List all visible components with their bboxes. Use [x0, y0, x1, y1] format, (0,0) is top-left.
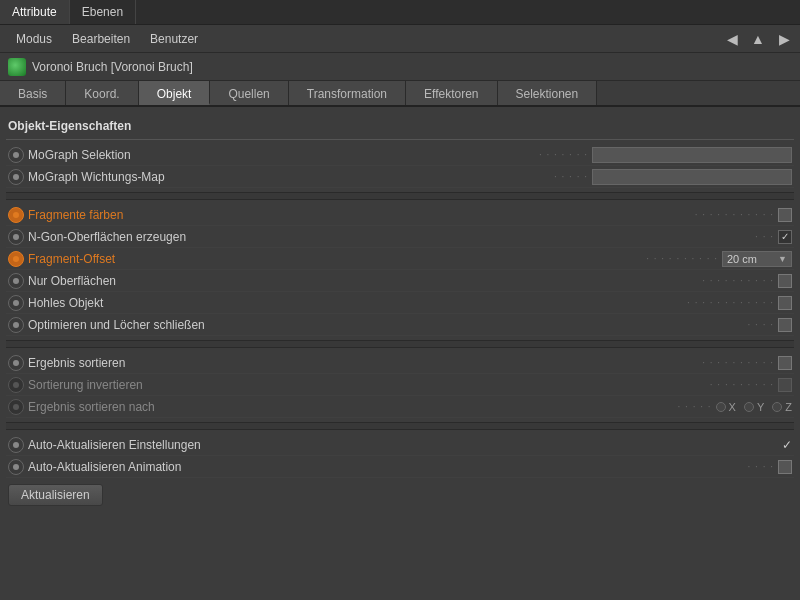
label-fragmente-farben: Fragmente färben: [28, 208, 695, 222]
separator-3: [6, 422, 794, 430]
checkbox-fragmente-farben[interactable]: [778, 208, 792, 222]
radio-group-xyz: X Y Z: [716, 401, 792, 413]
separator-1: [6, 192, 794, 200]
label-hohles-objekt: Hohles Objekt: [28, 296, 687, 310]
input-mograph-selektion[interactable]: [592, 147, 792, 163]
arrow-up-icon[interactable]: ▲: [748, 29, 768, 49]
section-header: Objekt-Eigenschaften: [6, 115, 794, 140]
label-auto-aktualisieren-einstellungen: Auto-Aktualisieren Einstellungen: [28, 438, 778, 452]
prop-mograph-wichtungs-map: MoGraph Wichtungs-Map · · · · ·: [6, 166, 794, 188]
prop-fragment-offset: Fragment-Offset · · · · · · · · · · 20 c…: [6, 248, 794, 270]
arrow-left-icon[interactable]: ◀: [722, 29, 742, 49]
tab-koord[interactable]: Koord.: [66, 81, 138, 105]
input-fragment-offset[interactable]: 20 cm ▼: [722, 251, 792, 267]
menu-modus[interactable]: Modus: [6, 25, 62, 53]
label-ergebnis-sortieren-nach: Ergebnis sortieren nach: [28, 400, 678, 414]
indicator-optimieren-locher: [8, 317, 24, 333]
radio-dot-y: [744, 402, 754, 412]
label-fragment-offset: Fragment-Offset: [28, 252, 646, 266]
menu-icons: ◀ ▲ ▶: [722, 29, 794, 49]
prop-mograph-selektion: MoGraph Selektion · · · · · · ·: [6, 144, 794, 166]
radio-dot-x: [716, 402, 726, 412]
label-ergebnis-sortieren: Ergebnis sortieren: [28, 356, 702, 370]
object-title: Voronoi Bruch [Voronoi Bruch]: [32, 60, 193, 74]
indicator-mograph-selektion: [8, 147, 24, 163]
indicator-n-gon-oberflachen: [8, 229, 24, 245]
tab-row: Basis Koord. Objekt Quellen Transformati…: [0, 81, 800, 107]
prop-fragmente-farben: Fragmente färben · · · · · · · · · · ·: [6, 204, 794, 226]
indicator-ergebnis-sortieren: [8, 355, 24, 371]
prop-nur-oberflachen: Nur Oberflächen · · · · · · · · · ·: [6, 270, 794, 292]
indicator-fragmente-farben: [8, 207, 24, 223]
tab-effektoren[interactable]: Effektoren: [406, 81, 497, 105]
radio-dot-z: [772, 402, 782, 412]
indicator-sortierung-invertieren: [8, 377, 24, 393]
indicator-auto-aktualisieren-animation: [8, 459, 24, 475]
arrow-right-icon[interactable]: ▶: [774, 29, 794, 49]
tab-basis[interactable]: Basis: [0, 81, 66, 105]
input-mograph-wichtungs-map[interactable]: [592, 169, 792, 185]
prop-optimieren-locher: Optimieren und Löcher schließen · · · ·: [6, 314, 794, 336]
prop-auto-aktualisieren-animation: Auto-Aktualisieren Animation · · · ·: [6, 456, 794, 478]
object-icon: [8, 58, 26, 76]
label-nur-oberflachen: Nur Oberflächen: [28, 274, 702, 288]
checkbox-optimieren-locher[interactable]: [778, 318, 792, 332]
indicator-fragment-offset: [8, 251, 24, 267]
checkbox-n-gon-oberflachen[interactable]: [778, 230, 792, 244]
label-mograph-wichtungs-map: MoGraph Wichtungs-Map: [28, 170, 554, 184]
prop-auto-aktualisieren-einstellungen: Auto-Aktualisieren Einstellungen ✓: [6, 434, 794, 456]
indicator-hohles-objekt: [8, 295, 24, 311]
indicator-auto-aktualisieren-einstellungen: [8, 437, 24, 453]
menu-bar: Modus Bearbeiten Benutzer ◀ ▲ ▶: [0, 25, 800, 53]
object-title-bar: Voronoi Bruch [Voronoi Bruch]: [0, 53, 800, 81]
radio-x[interactable]: X: [716, 401, 736, 413]
checkbox-auto-aktualisieren-animation[interactable]: [778, 460, 792, 474]
label-n-gon-oberflachen: N-Gon-Oberflächen erzeugen: [28, 230, 755, 244]
label-optimieren-locher: Optimieren und Löcher schließen: [28, 318, 748, 332]
checkbox-ergebnis-sortieren[interactable]: [778, 356, 792, 370]
radio-y[interactable]: Y: [744, 401, 764, 413]
tab-selektionen[interactable]: Selektionen: [498, 81, 598, 105]
checkbox-hohles-objekt[interactable]: [778, 296, 792, 310]
checkbox-nur-oberflachen[interactable]: [778, 274, 792, 288]
input-arrow-icon: ▼: [778, 254, 787, 264]
main-content: Objekt-Eigenschaften MoGraph Selektion ·…: [0, 107, 800, 514]
tab-objekt[interactable]: Objekt: [139, 81, 211, 105]
label-auto-aktualisieren-animation: Auto-Aktualisieren Animation: [28, 460, 748, 474]
prop-ergebnis-sortieren: Ergebnis sortieren · · · · · · · · · ·: [6, 352, 794, 374]
indicator-nur-oberflachen: [8, 273, 24, 289]
tab-ebenen[interactable]: Ebenen: [70, 0, 136, 24]
aktualisieren-button[interactable]: Aktualisieren: [8, 484, 103, 506]
radio-z[interactable]: Z: [772, 401, 792, 413]
prop-sortierung-invertieren: Sortierung invertieren · · · · · · · · ·: [6, 374, 794, 396]
top-tab-bar: Attribute Ebenen: [0, 0, 800, 25]
indicator-ergebnis-sortieren-nach: [8, 399, 24, 415]
separator-2: [6, 340, 794, 348]
prop-hohles-objekt: Hohles Objekt · · · · · · · · · · · ·: [6, 292, 794, 314]
menu-bearbeiten[interactable]: Bearbeiten: [62, 25, 140, 53]
prop-ergebnis-sortieren-nach: Ergebnis sortieren nach · · · · · X Y Z: [6, 396, 794, 418]
label-sortierung-invertieren: Sortierung invertieren: [28, 378, 710, 392]
tab-transformation[interactable]: Transformation: [289, 81, 406, 105]
label-mograph-selektion: MoGraph Selektion: [28, 148, 539, 162]
prop-n-gon-oberflachen: N-Gon-Oberflächen erzeugen · · ·: [6, 226, 794, 248]
indicator-mograph-wichtungs-map: [8, 169, 24, 185]
tab-quellen[interactable]: Quellen: [210, 81, 288, 105]
tab-attribute[interactable]: Attribute: [0, 0, 70, 24]
menu-benutzer[interactable]: Benutzer: [140, 25, 208, 53]
checkbox-sortierung-invertieren[interactable]: [778, 378, 792, 392]
